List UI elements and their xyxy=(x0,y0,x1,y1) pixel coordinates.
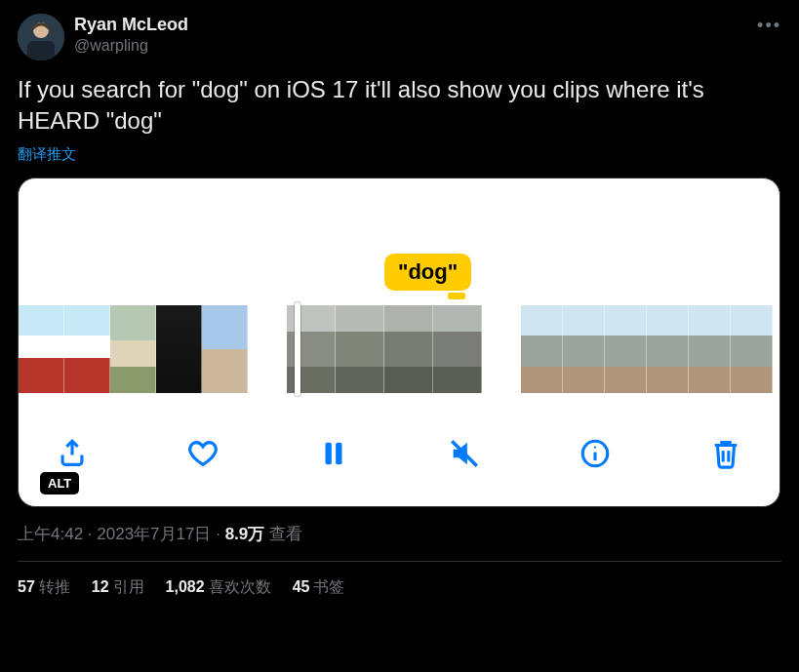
media-attachment[interactable]: "dog" xyxy=(18,178,780,507)
clip-group-active[interactable] xyxy=(287,305,482,393)
clip-thumb[interactable] xyxy=(19,305,64,393)
views-label[interactable]: 查看 xyxy=(264,525,302,543)
stat-retweets[interactable]: 57转推 xyxy=(18,577,70,598)
views-count: 8.9万 xyxy=(225,525,265,543)
timestamp-date[interactable]: 2023年7月17日 xyxy=(97,525,211,543)
tweet-text: If you search for "dog" on iOS 17 it'll … xyxy=(18,74,781,138)
video-timeline xyxy=(19,305,779,393)
speaker-muted-icon[interactable] xyxy=(448,437,481,470)
clip-thumb[interactable] xyxy=(433,305,482,393)
user-names: Ryan McLeod @warpling xyxy=(74,14,188,56)
translate-link[interactable]: 翻译推文 xyxy=(18,145,781,164)
svg-rect-4 xyxy=(336,442,341,464)
avatar[interactable] xyxy=(18,14,64,60)
stat-bookmarks[interactable]: 45书签 xyxy=(293,577,345,598)
media-toolbar xyxy=(19,430,779,477)
tweet-header: Ryan McLeod @warpling ••• xyxy=(18,14,781,60)
clip-thumb[interactable] xyxy=(336,305,384,393)
clip-group[interactable] xyxy=(521,305,773,393)
clip-thumb[interactable] xyxy=(689,305,731,393)
tweet-stats: 57转推 12引用 1,082喜欢次数 45书签 xyxy=(18,562,781,598)
alt-badge[interactable]: ALT xyxy=(40,472,79,494)
clip-thumb[interactable] xyxy=(647,305,689,393)
clip-thumb[interactable] xyxy=(731,305,773,393)
caption-marker xyxy=(448,293,465,299)
timestamp-time[interactable]: 上午4:42 xyxy=(18,525,83,543)
clip-thumb[interactable] xyxy=(64,305,110,393)
display-name[interactable]: Ryan McLeod xyxy=(74,14,188,36)
tweet-container: Ryan McLeod @warpling ••• If you search … xyxy=(0,0,799,598)
clip-thumb[interactable] xyxy=(521,305,563,393)
share-icon[interactable] xyxy=(56,437,89,470)
user-handle[interactable]: @warpling xyxy=(74,36,188,56)
info-icon[interactable] xyxy=(579,437,612,470)
heart-icon[interactable] xyxy=(186,437,220,470)
clip-thumb[interactable] xyxy=(202,305,248,393)
playhead[interactable] xyxy=(295,302,300,396)
svg-rect-2 xyxy=(27,41,55,60)
svg-rect-3 xyxy=(326,442,332,464)
tweet-meta: 上午4:42 · 2023年7月17日 · 8.9万 查看 xyxy=(18,523,781,545)
more-button[interactable]: ••• xyxy=(757,16,781,36)
svg-point-8 xyxy=(594,446,596,448)
clip-thumb[interactable] xyxy=(605,305,647,393)
trash-icon[interactable] xyxy=(709,437,742,470)
clip-thumb[interactable] xyxy=(156,305,202,393)
caption-tag: "dog" xyxy=(384,254,471,291)
pause-icon[interactable] xyxy=(317,437,350,470)
stat-likes[interactable]: 1,082喜欢次数 xyxy=(166,577,271,598)
clip-thumb[interactable] xyxy=(384,305,433,393)
stat-quotes[interactable]: 12引用 xyxy=(92,577,144,598)
clip-group[interactable] xyxy=(19,305,248,393)
clip-thumb[interactable] xyxy=(110,305,156,393)
clip-thumb[interactable] xyxy=(563,305,605,393)
